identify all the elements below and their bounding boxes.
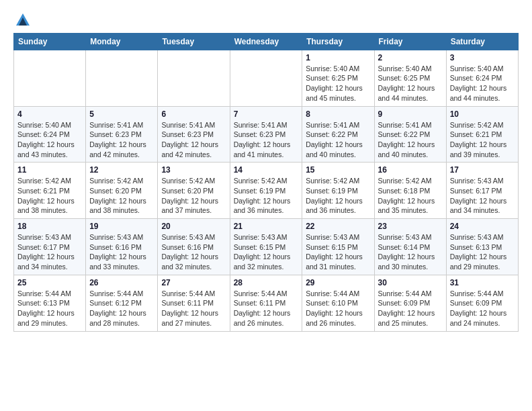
- day-detail: Sunrise: 5:42 AMSunset: 6:21 PMDaylight:…: [17, 176, 82, 216]
- day-detail: Sunrise: 5:44 AMSunset: 6:12 PMDaylight:…: [89, 289, 154, 328]
- day-detail: Sunrise: 5:42 AMSunset: 6:19 PMDaylight:…: [234, 176, 299, 216]
- calendar-day-cell-12: 12Sunrise: 5:42 AMSunset: 6:20 PMDayligh…: [86, 163, 158, 219]
- calendar-day-cell-16: 16Sunrise: 5:42 AMSunset: 6:18 PMDayligh…: [374, 163, 446, 219]
- calendar-day-cell-2: 2Sunrise: 5:40 AMSunset: 6:25 PMDaylight…: [374, 50, 446, 106]
- weekday-header-wednesday: Wednesday: [230, 33, 302, 50]
- day-detail: Sunrise: 5:43 AMSunset: 6:15 PMDaylight:…: [234, 232, 299, 272]
- day-number: 29: [306, 278, 370, 287]
- calendar-day-cell-21: 21Sunrise: 5:43 AMSunset: 6:15 PMDayligh…: [230, 219, 302, 275]
- logo-text: [13, 13, 31, 30]
- calendar-header-row: SundayMondayTuesdayWednesdayThursdayFrid…: [14, 33, 519, 50]
- calendar-day-cell-20: 20Sunrise: 5:43 AMSunset: 6:16 PMDayligh…: [158, 219, 230, 275]
- day-number: 10: [450, 109, 515, 119]
- day-detail: Sunrise: 5:40 AMSunset: 6:25 PMDaylight:…: [378, 64, 443, 103]
- calendar-day-cell-14: 14Sunrise: 5:42 AMSunset: 6:19 PMDayligh…: [230, 163, 302, 219]
- day-number: 22: [306, 222, 370, 231]
- calendar-week-row: 18Sunrise: 5:43 AMSunset: 6:17 PMDayligh…: [14, 219, 519, 275]
- empty-cell: [230, 50, 302, 106]
- calendar-day-cell-13: 13Sunrise: 5:42 AMSunset: 6:20 PMDayligh…: [158, 163, 230, 219]
- day-number: 5: [89, 109, 154, 119]
- calendar-day-cell-29: 29Sunrise: 5:44 AMSunset: 6:10 PMDayligh…: [302, 275, 374, 331]
- day-detail: Sunrise: 5:44 AMSunset: 6:09 PMDaylight:…: [450, 289, 515, 328]
- calendar-day-cell-1: 1Sunrise: 5:40 AMSunset: 6:25 PMDaylight…: [302, 50, 374, 106]
- day-detail: Sunrise: 5:44 AMSunset: 6:10 PMDaylight:…: [306, 289, 370, 328]
- day-number: 14: [234, 165, 299, 175]
- day-number: 27: [161, 278, 226, 287]
- day-detail: Sunrise: 5:43 AMSunset: 6:13 PMDaylight:…: [450, 232, 515, 272]
- calendar-week-row: 25Sunrise: 5:44 AMSunset: 6:13 PMDayligh…: [14, 275, 519, 331]
- day-detail: Sunrise: 5:40 AMSunset: 6:25 PMDaylight:…: [306, 64, 370, 103]
- day-number: 21: [234, 222, 299, 231]
- day-number: 30: [378, 278, 443, 287]
- day-number: 3: [450, 53, 515, 62]
- day-detail: Sunrise: 5:42 AMSunset: 6:18 PMDaylight:…: [378, 176, 443, 216]
- weekday-header-thursday: Thursday: [302, 33, 374, 50]
- day-number: 2: [378, 53, 443, 62]
- day-detail: Sunrise: 5:43 AMSunset: 6:16 PMDaylight:…: [161, 232, 226, 272]
- day-detail: Sunrise: 5:41 AMSunset: 6:22 PMDaylight:…: [306, 120, 370, 160]
- calendar-day-cell-17: 17Sunrise: 5:43 AMSunset: 6:17 PMDayligh…: [446, 163, 518, 219]
- day-number: 25: [17, 278, 82, 287]
- day-number: 1: [306, 53, 370, 62]
- empty-cell: [14, 50, 86, 106]
- day-detail: Sunrise: 5:43 AMSunset: 6:17 PMDaylight:…: [450, 176, 515, 216]
- day-number: 26: [89, 278, 154, 287]
- calendar-day-cell-31: 31Sunrise: 5:44 AMSunset: 6:09 PMDayligh…: [446, 275, 518, 331]
- calendar-week-row: 4Sunrise: 5:40 AMSunset: 6:24 PMDaylight…: [14, 106, 519, 163]
- logo-icon: [15, 12, 31, 27]
- day-detail: Sunrise: 5:44 AMSunset: 6:13 PMDaylight:…: [17, 289, 82, 328]
- day-detail: Sunrise: 5:42 AMSunset: 6:20 PMDaylight:…: [89, 176, 154, 216]
- day-detail: Sunrise: 5:43 AMSunset: 6:17 PMDaylight:…: [17, 232, 82, 272]
- empty-cell: [158, 50, 230, 106]
- calendar-day-cell-30: 30Sunrise: 5:44 AMSunset: 6:09 PMDayligh…: [374, 275, 446, 331]
- day-number: 24: [450, 222, 515, 231]
- calendar-day-cell-3: 3Sunrise: 5:40 AMSunset: 6:24 PMDaylight…: [446, 50, 518, 106]
- day-number: 11: [17, 165, 82, 175]
- day-number: 13: [161, 165, 226, 175]
- weekday-header-tuesday: Tuesday: [158, 33, 230, 50]
- calendar-day-cell-9: 9Sunrise: 5:41 AMSunset: 6:22 PMDaylight…: [374, 106, 446, 163]
- day-detail: Sunrise: 5:44 AMSunset: 6:09 PMDaylight:…: [378, 289, 443, 328]
- calendar-week-row: 1Sunrise: 5:40 AMSunset: 6:25 PMDaylight…: [14, 50, 519, 106]
- day-number: 20: [161, 222, 226, 231]
- calendar-day-cell-4: 4Sunrise: 5:40 AMSunset: 6:24 PMDaylight…: [14, 106, 86, 163]
- day-number: 9: [378, 109, 443, 119]
- calendar-day-cell-28: 28Sunrise: 5:44 AMSunset: 6:11 PMDayligh…: [230, 275, 302, 331]
- day-detail: Sunrise: 5:40 AMSunset: 6:24 PMDaylight:…: [17, 120, 82, 160]
- day-number: 6: [161, 109, 226, 119]
- calendar-day-cell-24: 24Sunrise: 5:43 AMSunset: 6:13 PMDayligh…: [446, 219, 518, 275]
- day-number: 7: [234, 109, 299, 119]
- day-number: 28: [234, 278, 299, 287]
- day-number: 31: [450, 278, 515, 287]
- calendar-day-cell-10: 10Sunrise: 5:42 AMSunset: 6:21 PMDayligh…: [446, 106, 518, 163]
- day-detail: Sunrise: 5:41 AMSunset: 6:22 PMDaylight:…: [378, 120, 443, 160]
- calendar-day-cell-22: 22Sunrise: 5:43 AMSunset: 6:15 PMDayligh…: [302, 219, 374, 275]
- day-detail: Sunrise: 5:41 AMSunset: 6:23 PMDaylight:…: [161, 120, 226, 160]
- calendar-day-cell-27: 27Sunrise: 5:44 AMSunset: 6:11 PMDayligh…: [158, 275, 230, 331]
- calendar-day-cell-5: 5Sunrise: 5:41 AMSunset: 6:23 PMDaylight…: [86, 106, 158, 163]
- day-detail: Sunrise: 5:41 AMSunset: 6:23 PMDaylight:…: [234, 120, 299, 160]
- day-detail: Sunrise: 5:44 AMSunset: 6:11 PMDaylight:…: [161, 289, 226, 328]
- logo: [13, 13, 31, 30]
- day-number: 4: [17, 109, 82, 119]
- day-detail: Sunrise: 5:42 AMSunset: 6:21 PMDaylight:…: [450, 120, 515, 160]
- day-number: 19: [89, 222, 154, 231]
- day-detail: Sunrise: 5:42 AMSunset: 6:19 PMDaylight:…: [306, 176, 370, 216]
- calendar-day-cell-19: 19Sunrise: 5:43 AMSunset: 6:16 PMDayligh…: [86, 219, 158, 275]
- day-detail: Sunrise: 5:43 AMSunset: 6:14 PMDaylight:…: [378, 232, 443, 272]
- day-detail: Sunrise: 5:43 AMSunset: 6:15 PMDaylight:…: [306, 232, 370, 272]
- calendar-day-cell-23: 23Sunrise: 5:43 AMSunset: 6:14 PMDayligh…: [374, 219, 446, 275]
- day-number: 15: [306, 165, 370, 175]
- weekday-header-saturday: Saturday: [446, 33, 518, 50]
- calendar-day-cell-18: 18Sunrise: 5:43 AMSunset: 6:17 PMDayligh…: [14, 219, 86, 275]
- day-number: 18: [17, 222, 82, 231]
- day-detail: Sunrise: 5:42 AMSunset: 6:20 PMDaylight:…: [161, 176, 226, 216]
- day-number: 23: [378, 222, 443, 231]
- weekday-header-friday: Friday: [374, 33, 446, 50]
- calendar-day-cell-15: 15Sunrise: 5:42 AMSunset: 6:19 PMDayligh…: [302, 163, 374, 219]
- calendar-day-cell-26: 26Sunrise: 5:44 AMSunset: 6:12 PMDayligh…: [86, 275, 158, 331]
- empty-cell: [86, 50, 158, 106]
- calendar-day-cell-11: 11Sunrise: 5:42 AMSunset: 6:21 PMDayligh…: [14, 163, 86, 219]
- page-header: [13, 13, 519, 30]
- calendar-week-row: 11Sunrise: 5:42 AMSunset: 6:21 PMDayligh…: [14, 163, 519, 219]
